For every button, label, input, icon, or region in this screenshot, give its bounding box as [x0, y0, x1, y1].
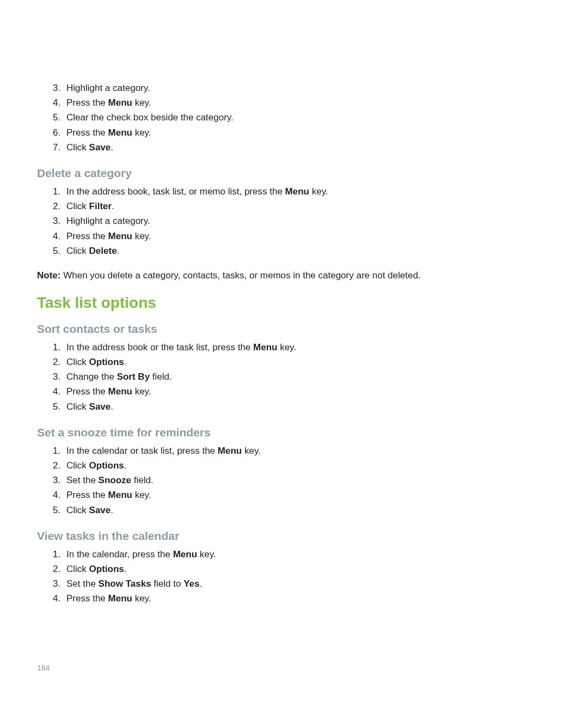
sub-heading: Set a snooze time for reminders: [37, 426, 551, 439]
list-item: Set the Show Tasks field to Yes.: [63, 576, 551, 591]
sub-heading: Sort contacts or tasks: [37, 322, 551, 336]
page-content: Highlight a category.Press the Menu key.…: [0, 0, 588, 606]
list-item: Press the Menu key.: [63, 95, 551, 110]
list-item: Press the Menu key.: [63, 229, 551, 244]
bold-text: Sort By: [117, 372, 150, 382]
ordered-list: In the address book, task list, or memo …: [37, 184, 551, 258]
ordered-list: In the calendar or task list, press the …: [37, 443, 551, 518]
ordered-list: In the calendar, press the Menu key.Clic…: [37, 547, 551, 606]
list-item: Highlight a category.: [63, 81, 551, 95]
list-item: In the calendar, press the Menu key.: [63, 547, 551, 562]
list-item: In the calendar or task list, press the …: [63, 443, 551, 458]
bold-text: Menu: [173, 549, 197, 559]
bold-text: Menu: [285, 186, 309, 197]
bold-text: Menu: [108, 127, 132, 138]
bold-text: Save: [89, 505, 111, 515]
main-heading: Task list options: [37, 294, 551, 312]
bold-text: Filter: [89, 201, 112, 211]
sections-before-main: Delete a categoryIn the address book, ta…: [37, 167, 551, 281]
note-line: Note: When you delete a category, contac…: [37, 270, 551, 281]
list-item: In the address book, task list, or memo …: [63, 184, 551, 199]
list-item: Press the Menu key.: [63, 125, 551, 140]
list-item: Click Save.: [63, 503, 551, 518]
bold-text: Save: [89, 401, 111, 412]
bold-text: Menu: [218, 446, 242, 456]
page-number: 184: [37, 664, 50, 672]
list-item: In the address book or the task list, pr…: [63, 340, 551, 355]
list-item: Click Filter.: [63, 199, 551, 214]
note-body: When you delete a category, contacts, ta…: [60, 270, 420, 281]
bold-text: Menu: [108, 490, 132, 500]
list-item: Click Options.: [63, 458, 551, 473]
list-item: Click Save.: [63, 140, 551, 155]
list-item: Click Delete.: [63, 244, 551, 258]
bold-text: Options: [89, 357, 124, 367]
bold-text: Menu: [108, 231, 132, 241]
bold-text: Options: [89, 460, 124, 471]
bold-text: Show Tasks: [99, 579, 151, 589]
ordered-list: In the address book or the task list, pr…: [37, 340, 551, 414]
bold-text: Options: [89, 564, 124, 574]
sections-after-main: Sort contacts or tasksIn the address boo…: [37, 322, 551, 606]
bold-text: Menu: [108, 98, 132, 108]
list-item: Press the Menu key.: [63, 488, 551, 502]
bold-text: Snooze: [99, 475, 131, 485]
bold-text: Menu: [253, 342, 277, 352]
list-item: Clear the check box beside the category.: [63, 110, 551, 125]
bold-text: Menu: [108, 593, 132, 604]
list-item: Press the Menu key.: [63, 384, 551, 399]
list-item: Click Options.: [63, 355, 551, 369]
list-item: Press the Menu key.: [63, 591, 551, 606]
note-label: Note:: [37, 270, 60, 281]
list-item: Change the Sort By field.: [63, 369, 551, 384]
list-item: Click Save.: [63, 399, 551, 414]
bold-text: Menu: [108, 386, 132, 397]
list-item: Set the Snooze field.: [63, 473, 551, 488]
sub-heading: View tasks in the calendar: [37, 530, 551, 543]
list-item: Highlight a category.: [63, 214, 551, 228]
list-item: Click Options.: [63, 562, 551, 576]
sub-heading: Delete a category: [37, 167, 551, 180]
top-ordered-list: Highlight a category.Press the Menu key.…: [37, 81, 551, 155]
bold-text: Delete: [89, 246, 117, 256]
bold-text: Save: [89, 142, 111, 153]
bold-text: Yes: [183, 579, 199, 589]
